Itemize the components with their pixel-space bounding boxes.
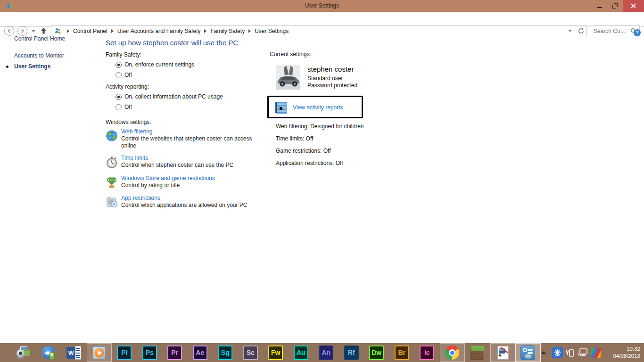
tray-clock[interactable]: 10:32 04/08/2013: [606, 346, 640, 360]
taskbar-adobe-edge-animate[interactable]: An: [314, 343, 339, 362]
show-hidden-icons-button[interactable]: [541, 351, 546, 354]
taskbar-media-converter[interactable]: [36, 343, 62, 362]
radio-unselected-icon[interactable]: [116, 72, 122, 78]
taskbar-adobe-after-effects[interactable]: Ae: [188, 343, 213, 362]
taskbar-adobe-prelude[interactable]: Pl: [112, 343, 137, 362]
breadcrumb-user-accounts-family-safety[interactable]: User Accounts and Family Safety: [117, 28, 201, 34]
tray-network[interactable]: [577, 347, 588, 358]
windows-media-player-icon: [92, 346, 107, 360]
forward-arrow-icon: [20, 28, 25, 33]
web-filtering-link[interactable]: Web filtering: [121, 128, 256, 135]
taskbar-paint[interactable]: [490, 343, 516, 362]
breadcrumb-separator-icon: [67, 29, 69, 33]
taskbar: W Pl Ps Pr Ae Sg Sc Fw Au An Rf Dw Br Ic: [0, 343, 644, 362]
breadcrumb-control-panel[interactable]: Control Panel: [73, 28, 107, 34]
family-safety-breadcrumb-icon: [54, 27, 61, 34]
setting-row-time-limits: Time limits Control when stephen coster …: [106, 155, 256, 169]
taskbar-word[interactable]: W: [61, 343, 87, 362]
taskbar-adobe-premiere[interactable]: Pr: [162, 343, 188, 362]
taskbar-adobe-photoshop[interactable]: Ps: [137, 343, 163, 362]
store-game-restrictions-desc: Control by rating or title: [121, 182, 252, 189]
refresh-button[interactable]: [576, 25, 587, 36]
battery-plug-icon: [565, 348, 575, 357]
activity-report-icon: [275, 101, 288, 114]
sidebar-item-user-settings[interactable]: User Settings: [14, 63, 50, 70]
time-limits-link[interactable]: Time limits: [121, 155, 256, 161]
sidebar-item-accounts-to-monitor[interactable]: Accounts to Monitor: [14, 52, 64, 59]
family-safety-settings-icon: [520, 346, 535, 360]
breadcrumb-separator-icon: [204, 29, 206, 33]
taskbar-webcam-app[interactable]: [11, 343, 36, 362]
sidebar-item-control-panel-home[interactable]: Control Panel Home: [14, 35, 65, 42]
fireworks-icon: Fw: [268, 346, 283, 360]
tray-antivirus[interactable]: [590, 347, 601, 358]
taskbar-adobe-scout[interactable]: Sc: [238, 343, 264, 362]
up-button[interactable]: [40, 27, 47, 34]
trophy-icon: [106, 176, 118, 189]
help-button[interactable]: ?: [634, 29, 641, 36]
address-dropdown-icon[interactable]: [568, 30, 572, 32]
taskbar-adobe-fireworks[interactable]: Fw: [263, 343, 289, 362]
webcam-app-icon: [16, 346, 31, 360]
stopwatch-icon: [106, 156, 118, 168]
taskbar-adobe-speedgrade[interactable]: Sg: [213, 343, 238, 362]
incopy-icon: Ic: [420, 346, 434, 360]
radio-selected-icon[interactable]: [116, 62, 122, 68]
radio-label: Off: [124, 72, 132, 78]
premiere-icon: Pr: [167, 346, 182, 360]
tray-time: 10:32: [606, 346, 640, 353]
minecraft-icon: [471, 346, 484, 360]
radio-family-safety-off[interactable]: Off: [116, 72, 132, 78]
user-name: stephen coster: [307, 65, 354, 73]
close-icon: [631, 3, 636, 8]
bridge-icon: Br: [395, 346, 409, 360]
breadcrumb-user-settings[interactable]: User Settings: [255, 28, 289, 34]
taskbar-adobe-incopy[interactable]: Ic: [414, 343, 440, 362]
speedgrade-icon: Sg: [218, 346, 232, 360]
edge-animate-icon: An: [319, 346, 333, 360]
titlebar: User Settings: [0, 0, 644, 12]
view-activity-reports-link[interactable]: View activity reports: [293, 104, 343, 111]
tray-power-settings[interactable]: [564, 347, 576, 358]
dreamweaver-icon: Dw: [369, 346, 384, 360]
radio-unselected-icon[interactable]: [116, 104, 122, 110]
stat-application-restrictions: Application restrictions: Off: [276, 160, 343, 166]
search-box: [591, 25, 640, 36]
desktop-screen: User Settings Control Panel: [0, 0, 644, 362]
radio-selected-icon[interactable]: [116, 94, 122, 100]
store-game-restrictions-link[interactable]: Windows Store and game restrictions: [121, 175, 256, 181]
media-converter-icon: [41, 346, 56, 360]
taskbar-adobe-bridge[interactable]: Br: [389, 343, 415, 362]
forward-button[interactable]: [17, 26, 27, 36]
setting-row-app-restrictions: App restrictions Control which applicati…: [106, 195, 256, 209]
taskbar-chrome[interactable]: [440, 343, 465, 362]
radio-family-safety-on[interactable]: On, enforce current settings: [116, 61, 194, 68]
breadcrumb[interactable]: Control Panel User Accounts and Family S…: [51, 25, 576, 36]
radio-activity-reporting-on[interactable]: On, collect information about PC usage: [116, 93, 223, 100]
close-button[interactable]: [623, 0, 644, 12]
search-input[interactable]: [594, 28, 630, 34]
prelude-icon: Pl: [117, 346, 132, 360]
word-icon: W: [66, 346, 81, 360]
tray-snowflake-app[interactable]: [552, 347, 563, 358]
taskbar-adobe-dreamweaver[interactable]: Dw: [364, 343, 389, 362]
app-restrictions-link[interactable]: App restrictions: [121, 195, 256, 201]
taskbar-family-safety-settings[interactable]: [515, 343, 541, 362]
recent-pages-dropdown[interactable]: [32, 30, 35, 33]
tray-date: 04/08/2013: [606, 353, 640, 360]
paint-icon: [495, 346, 510, 360]
restore-button[interactable]: [607, 0, 623, 12]
taskbar-adobe-audition[interactable]: Au: [289, 343, 314, 362]
stat-time-limits: Time limits: Off: [276, 135, 313, 142]
radio-activity-reporting-off[interactable]: Off: [116, 104, 132, 110]
back-button[interactable]: [4, 26, 14, 36]
time-limits-desc: Control when stephen coster can use the …: [121, 162, 252, 169]
taskbar-adobe-edge-reflow[interactable]: Rf: [339, 343, 364, 362]
taskbar-windows-media-player[interactable]: [87, 343, 112, 362]
radio-label: On, collect information about PC usage: [124, 93, 223, 100]
breadcrumb-family-safety[interactable]: Family Safety: [210, 28, 245, 34]
minimize-button[interactable]: [592, 0, 607, 12]
stat-game-restrictions: Game restrictions: Off: [276, 148, 330, 154]
taskbar-minecraft[interactable]: [465, 343, 490, 362]
radio-label: Off: [124, 104, 132, 110]
